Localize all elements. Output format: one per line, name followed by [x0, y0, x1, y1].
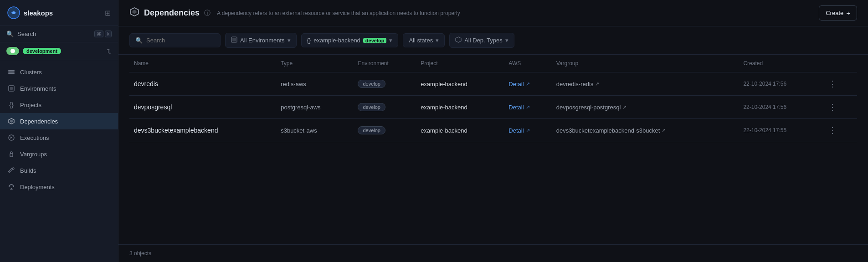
page-icon — [129, 7, 139, 19]
sidebar-item-deployments[interactable]: Deployments — [0, 179, 118, 195]
env-filter-button[interactable]: All Environments ▾ — [225, 33, 297, 48]
filter-bar: 🔍 All Environments ▾ {} example-backend … — [118, 26, 868, 55]
table-row: devs3bucketexamplebackend s3bucket-aws d… — [129, 119, 857, 142]
state-filter-chevron-icon: ▾ — [436, 37, 439, 44]
sidebar-item-dependencies[interactable]: Dependencies — [0, 113, 118, 129]
row-3-type: s3bucket-aws — [276, 119, 353, 142]
sidebar-item-vargroups[interactable]: Vargroups — [0, 146, 118, 162]
row-1-vargroup-label: devredis-redis — [556, 81, 594, 87]
col-vargroup: Vargroup — [552, 55, 739, 72]
row-1-env-pill: develop — [358, 80, 385, 88]
sidebar-search[interactable]: 🔍 Search ⌘ k — [0, 26, 118, 42]
row-2-vargroup-link[interactable]: devposgresql-postgresql ↗ — [556, 104, 734, 111]
info-icon[interactable]: ⓘ — [204, 9, 211, 17]
deployments-icon — [7, 183, 15, 191]
table-footer: 3 objects — [118, 244, 868, 262]
svg-rect-5 — [10, 87, 13, 90]
page-header-left: Dependencies ⓘ A dependency refers to an… — [129, 7, 813, 19]
row-1-created: 22-10-2024 17:56 — [739, 72, 821, 96]
vargroup-external-icon-2: ↗ — [622, 104, 627, 110]
col-created: Created — [739, 55, 821, 72]
sidebar-item-builds[interactable]: Builds — [0, 162, 118, 179]
row-2-menu-button[interactable]: ⋮ — [826, 102, 839, 113]
row-1-aws: Detail ↗ — [504, 72, 551, 96]
sidebar: sleakops ⊞ 🔍 Search ⌘ k development ⇅ Cl… — [0, 0, 118, 262]
search-input[interactable] — [146, 37, 215, 44]
svg-point-10 — [12, 168, 14, 170]
table-row: devposgresql postgresql-aws develop exam… — [129, 96, 857, 119]
executions-icon — [7, 134, 15, 142]
sidebar-item-dependencies-label: Dependencies — [20, 118, 58, 125]
dependencies-icon — [7, 117, 15, 125]
col-name: Name — [129, 55, 276, 72]
row-2-detail-label: Detail — [508, 104, 524, 111]
vargroup-external-icon-3: ↗ — [662, 128, 666, 134]
env-filter-chevron-icon: ▾ — [288, 37, 291, 44]
row-3-env-pill: develop — [358, 126, 385, 134]
env-selector[interactable]: development ⇅ — [0, 42, 118, 60]
app-logo-icon — [7, 6, 20, 19]
sidebar-item-executions[interactable]: Executions — [0, 129, 118, 146]
environments-icon — [7, 84, 15, 92]
sidebar-item-projects[interactable]: {} Projects — [0, 97, 118, 113]
row-1-detail-link[interactable]: Detail ↗ — [508, 81, 547, 87]
create-button[interactable]: Create + — [819, 5, 857, 21]
chevron-up-down-icon: ⇅ — [107, 48, 112, 55]
row-2-vargroup: devposgresql-postgresql ↗ — [552, 96, 739, 119]
row-3-env: develop — [353, 119, 416, 142]
project-filter-label: example-backend — [313, 37, 360, 44]
row-3-detail-link[interactable]: Detail ↗ — [508, 127, 547, 134]
sidebar-item-environments-label: Environments — [20, 85, 56, 92]
sidebar-search-label: Search — [17, 31, 91, 37]
page-title: Dependencies — [144, 8, 200, 18]
table-header-row: Name Type Environment Project AWS Vargro… — [129, 55, 857, 72]
row-1-vargroup: devredis-redis ↗ — [552, 72, 739, 96]
search-bar-icon: 🔍 — [135, 37, 143, 44]
sidebar-item-clusters[interactable]: Clusters — [0, 64, 118, 80]
type-filter-chevron-icon: ▾ — [505, 37, 508, 44]
svg-rect-15 — [232, 38, 236, 41]
row-1-menu-button[interactable]: ⋮ — [826, 78, 839, 89]
state-filter-label: All states — [409, 37, 433, 44]
kbd-k: k — [105, 31, 112, 37]
dependencies-table-wrap: Name Type Environment Project AWS Vargro… — [118, 55, 868, 244]
row-2-env-pill: develop — [358, 103, 385, 111]
grid-icon[interactable]: ⊞ — [105, 9, 111, 17]
row-3-vargroup-link[interactable]: devs3bucketexamplebackend-s3bucket ↗ — [556, 127, 734, 134]
row-1-vargroup-link[interactable]: devredis-redis ↗ — [556, 81, 734, 87]
sidebar-item-vargroups-label: Vargroups — [20, 151, 47, 158]
external-link-icon-3: ↗ — [526, 128, 530, 134]
row-2-aws: Detail ↗ — [504, 96, 551, 119]
create-button-label: Create — [826, 10, 843, 16]
project-env-tag: develop — [363, 38, 387, 43]
type-filter-label: All Dep. Types — [464, 37, 503, 44]
row-2-detail-link[interactable]: Detail ↗ — [508, 104, 547, 111]
svg-marker-7 — [10, 120, 13, 123]
row-2-env: develop — [353, 96, 416, 119]
state-filter-button[interactable]: All states ▾ — [403, 33, 445, 47]
sidebar-item-builds-label: Builds — [20, 167, 36, 174]
page-description: A dependency refers to an external resou… — [217, 10, 460, 16]
col-actions — [821, 55, 857, 72]
create-plus-icon: + — [846, 9, 850, 17]
row-3-created: 22-10-2024 17:55 — [739, 119, 821, 142]
row-2-name: devposgresql — [129, 96, 276, 119]
external-link-icon-2: ↗ — [526, 104, 530, 110]
row-2-type: postgresql-aws — [276, 96, 353, 119]
kbd-cmd: ⌘ — [94, 31, 103, 37]
row-3-menu-button[interactable]: ⋮ — [826, 125, 839, 136]
page-header: Dependencies ⓘ A dependency refers to an… — [118, 0, 868, 26]
dependencies-table: Name Type Environment Project AWS Vargro… — [129, 55, 857, 142]
col-project: Project — [416, 55, 504, 72]
col-environment: Environment — [353, 55, 416, 72]
row-3-name: devs3bucketexamplebackend — [129, 119, 276, 142]
search-input-wrap[interactable]: 🔍 — [129, 33, 221, 47]
type-filter-button[interactable]: All Dep. Types ▾ — [449, 33, 514, 48]
project-filter-chevron-icon: ▾ — [389, 37, 392, 44]
row-3-vargroup: devs3bucketexamplebackend-s3bucket ↗ — [552, 119, 739, 142]
vargroup-external-icon: ↗ — [595, 81, 599, 87]
row-1-project: example-backend — [416, 72, 504, 96]
project-filter-button[interactable]: {} example-backend develop ▾ — [301, 33, 399, 47]
sidebar-item-environments[interactable]: Environments — [0, 80, 118, 97]
svg-marker-11 — [10, 188, 13, 190]
